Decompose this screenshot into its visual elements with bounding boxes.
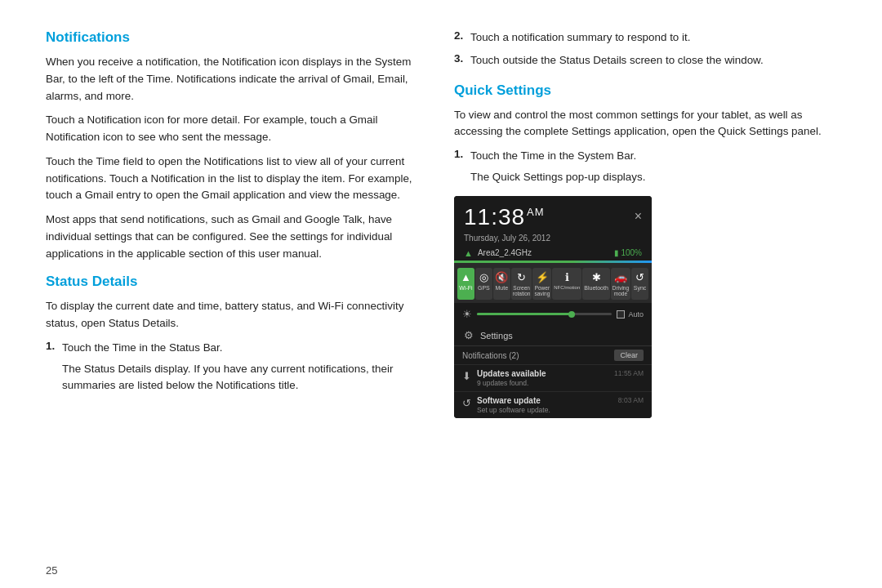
qs-auto-row[interactable]: Auto: [617, 310, 644, 318]
status-step1-num: 1.: [46, 340, 57, 394]
qs-step1-text: Touch the Time in the System Bar.: [470, 149, 636, 162]
sync-icon: ↺: [635, 271, 644, 283]
notif1-desc: 9 updates found.: [477, 379, 608, 387]
qs-notif-text-1: Updates available 9 updates found.: [477, 369, 608, 387]
qs-time: 11:38AM: [464, 204, 545, 230]
qs-step1: 1. Touch the Time in the System Bar. The…: [454, 148, 830, 186]
qs-notif-item-1[interactable]: ⬇ Updates available 9 updates found. 11:…: [454, 364, 652, 391]
notif2-desc: Set up software update.: [477, 406, 612, 414]
notif1-name: Updates available: [477, 369, 608, 378]
notifications-para2: Touch a Notification icon for more detai…: [46, 112, 421, 146]
qs-wifi-btn[interactable]: ▲ Wi-Fi: [457, 268, 474, 301]
notifications-para3: Touch the Time field to open the Notific…: [46, 154, 421, 204]
notif2-name: Software update: [477, 396, 612, 405]
qs-settings-text: Settings: [480, 331, 513, 341]
qs-notif-count: Notifications (2): [462, 351, 519, 360]
qs-driving-btn[interactable]: 🚗 Driving mode: [611, 268, 630, 301]
qs-date: Thursday, July 26, 2012: [454, 234, 652, 246]
nfc-icon: ℹ: [565, 271, 569, 283]
qs-clear-button[interactable]: Clear: [614, 350, 644, 361]
right-step2: 2. Touch a notification summary to respo…: [454, 29, 830, 47]
notif2-time: 8:03 AM: [618, 396, 644, 404]
notifications-heading: Notifications: [46, 29, 421, 46]
qs-para: To view and control the most common sett…: [454, 107, 830, 141]
quick-settings-heading: Quick Settings: [454, 82, 830, 99]
right-step3: 3. Touch outside the Status Details scre…: [454, 52, 830, 69]
power-icon: ⚡: [536, 271, 549, 283]
power-btn-label: Power saving: [534, 285, 550, 298]
wifi-icon: ▲: [461, 271, 471, 283]
driving-icon: 🚗: [614, 271, 627, 283]
qs-rotation-btn[interactable]: ↻ Screen rotation: [511, 268, 532, 301]
notifications-para4: Most apps that send notifications, such …: [46, 212, 421, 262]
auto-checkbox[interactable]: [617, 310, 625, 318]
qs-bluetooth-btn[interactable]: ✱ Bluetooth: [582, 268, 610, 301]
wifi-btn-label: Wi-Fi: [459, 285, 472, 292]
left-column: Notifications When you receive a notific…: [46, 29, 421, 543]
nfc-btn-label: NFC/motion: [554, 285, 580, 291]
qs-sync-btn[interactable]: ↺ Sync: [631, 268, 648, 301]
status-para1: To display the current date and time, ba…: [46, 298, 421, 332]
qs-wifi-row: ▲ Area2_2.4GHz ▮ 100%: [454, 246, 652, 261]
brightness-bar[interactable]: [477, 313, 612, 315]
quick-settings-panel: 11:38AM × Thursday, July 26, 2012 ▲ Area…: [454, 196, 652, 419]
qs-power-btn[interactable]: ⚡ Power saving: [532, 268, 551, 301]
qs-step1-num: 1.: [454, 148, 466, 186]
mute-icon: 🔇: [495, 271, 508, 283]
step3-num: 3.: [454, 52, 466, 69]
sync-btn-label: Sync: [634, 285, 647, 292]
status-details-heading: Status Details: [46, 274, 421, 290]
qs-gps-btn[interactable]: ◎ GPS: [475, 268, 492, 301]
status-step1: 1. Touch the Time in the Status Bar. The…: [46, 340, 421, 394]
qs-notif-item-2[interactable]: ↺ Software update Set up software update…: [454, 391, 652, 418]
right-column: 2. Touch a notification summary to respo…: [454, 29, 830, 543]
page-footer: 25: [0, 559, 882, 588]
qs-battery: ▮ 100%: [614, 248, 642, 257]
auto-label: Auto: [628, 310, 644, 318]
step2-num: 2.: [454, 29, 466, 47]
mute-btn-label: Mute: [496, 285, 509, 292]
qs-notifications-bar: Notifications (2) Clear: [454, 345, 652, 364]
software-update-icon: ↺: [462, 397, 471, 409]
step3-text: Touch outside the Status Details screen …: [470, 52, 830, 69]
qs-notif-text-2: Software update Set up software update.: [477, 396, 612, 414]
bluetooth-btn-label: Bluetooth: [584, 285, 608, 292]
qs-step1-subtext: The Quick Settings pop-up displays.: [470, 169, 830, 186]
gear-icon: ⚙: [464, 329, 474, 341]
notifications-para1: When you receive a notification, the Not…: [46, 54, 421, 105]
rotation-btn-label: Screen rotation: [513, 285, 531, 298]
step2-text: Touch a notification summary to respond …: [470, 29, 830, 47]
qs-nfc-btn[interactable]: ℹ NFC/motion: [552, 268, 581, 301]
brightness-icon: ☀: [462, 308, 472, 320]
download-icon: ⬇: [462, 370, 471, 382]
qs-mute-btn[interactable]: 🔇 Mute: [493, 268, 510, 301]
bluetooth-icon: ✱: [592, 271, 601, 283]
page-number: 25: [46, 564, 57, 577]
qs-brightness-row[interactable]: ☀ Auto: [454, 303, 652, 325]
driving-btn-label: Driving mode: [612, 285, 629, 298]
rotation-icon: ↻: [517, 271, 526, 283]
notif1-time: 11:55 AM: [614, 369, 644, 377]
brightness-fill: [477, 313, 572, 315]
status-step1-text: Touch the Time in the Status Bar.: [62, 341, 223, 354]
gps-btn-label: GPS: [478, 285, 490, 292]
wifi-signal-icon: ▲: [464, 248, 473, 258]
qs-wifi-name: Area2_2.4GHz: [478, 248, 532, 257]
qs-icons-row: ▲ Wi-Fi ◎ GPS 🔇 Mute ↻ Screen rotation ⚡: [454, 263, 652, 304]
qs-settings-row[interactable]: ⚙ Settings: [454, 325, 652, 345]
qs-header: 11:38AM ×: [454, 196, 652, 234]
gps-icon: ◎: [479, 271, 488, 283]
qs-close-icon[interactable]: ×: [635, 209, 642, 224]
brightness-thumb: [568, 311, 575, 318]
status-step1-subtext: The Status Details display. If you have …: [62, 361, 421, 395]
